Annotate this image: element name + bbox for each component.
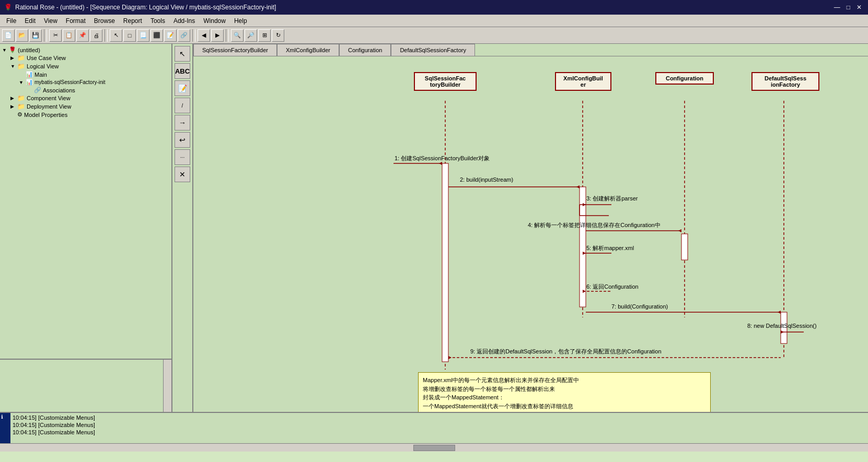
lifeline-box-xmlconfig: XmlConfigBuiler — [555, 72, 611, 91]
paste-button[interactable]: 📌 — [76, 29, 89, 42]
menu-window[interactable]: Window — [199, 16, 230, 26]
menu-report[interactable]: Report — [119, 16, 146, 26]
zoom-in-button[interactable]: 🔍 — [231, 29, 244, 42]
copy-button[interactable]: 📋 — [63, 29, 75, 42]
menu-view[interactable]: View — [40, 16, 62, 26]
return-tool[interactable]: ↩ — [175, 132, 190, 148]
title-text: Rational Rose - (untitled) - [Sequence D… — [15, 4, 276, 11]
scroll-thumb[interactable] — [413, 445, 455, 451]
note-line3: 封装成一个MappedStatement： — [423, 393, 706, 402]
assoc-icon: 🔗 — [34, 87, 41, 93]
note-tool[interactable]: 📝 — [175, 80, 190, 96]
nav-forward-button[interactable]: ▶ — [211, 29, 224, 42]
tab-defaultsqlsessionfactory[interactable]: DefaultSqlSessionFactory — [391, 44, 475, 56]
tree-logicalview[interactable]: ▼ 📁 Logical View — [10, 62, 169, 70]
tree-deploymentview[interactable]: ▶ 📁 Deployment View — [10, 102, 169, 111]
tree-usecaseview[interactable]: ▶ 📁 Use Case View — [10, 54, 169, 62]
tree-componentview[interactable]: ▶ 📁 Component View — [10, 94, 169, 102]
svg-marker-26 — [781, 330, 784, 334]
text-tool[interactable]: ABC — [175, 63, 190, 79]
menu-tools[interactable]: Tools — [146, 16, 169, 26]
folder-icon-lv: 📁 — [17, 63, 25, 70]
lifeline-box-defaultsql: DefaultSqlSessionFactory — [751, 72, 819, 91]
tree-mybatis[interactable]: ▼ 📊 mybatis-sqlSessionFactory-init — [19, 78, 169, 86]
delete-tool[interactable]: ✕ — [175, 167, 190, 182]
toolbar-sep3 — [192, 29, 195, 42]
toolbar-sep1 — [44, 29, 47, 42]
tree-componentview-label: Component View — [27, 95, 71, 101]
tree-modelprops[interactable]: ⚙ Model Properties — [10, 111, 169, 119]
menu-format[interactable]: Format — [62, 16, 90, 26]
tree-root[interactable]: ▼ 🌹 (untitled) — [2, 46, 169, 54]
close-button[interactable]: ✕ — [854, 4, 864, 11]
expand-icon-main — [19, 72, 24, 77]
open-button[interactable]: 📂 — [16, 29, 28, 42]
tab-sqlsessionfactorybuilder[interactable]: SqlSessionFactoryBuilder — [193, 44, 277, 56]
msg6-label: 6: 返回Configuration — [586, 283, 639, 291]
tab-configuration[interactable]: Configuration — [339, 44, 391, 56]
nav-back-button[interactable]: ◀ — [198, 29, 210, 42]
status-line3: 10:04:15] [Customizable Menus] — [13, 429, 866, 436]
svg-marker-18 — [678, 229, 681, 232]
select-button[interactable]: ↖ — [110, 29, 122, 42]
titlebar: 🌹 Rational Rose - (untitled) - [Sequence… — [0, 0, 868, 15]
refresh-button[interactable]: ↻ — [272, 29, 284, 42]
msg2-label: 2: build(inputStream) — [460, 176, 513, 183]
modelprops-icon: ⚙ — [17, 111, 22, 118]
fit-button[interactable]: ⊞ — [258, 29, 271, 42]
svg-marker-11 — [576, 185, 580, 188]
lifeline-box-sqlsession: SqlSessionFactoryBuilder — [414, 72, 477, 91]
cut-button[interactable]: ✂ — [49, 29, 62, 42]
titlebar-left: 🌹 Rational Rose - (untitled) - [Sequence… — [4, 4, 276, 11]
folder-icon-dv: 📁 — [17, 103, 25, 110]
sequence-canvas: SqlSessionFactoryBuilder XmlConfigBuiler… — [193, 56, 868, 412]
tree-usecaseview-label: Use Case View — [27, 55, 66, 61]
anchor-tool[interactable]: / — [175, 98, 190, 113]
pointer-tool[interactable]: ↖ — [175, 46, 190, 62]
expand-icon-dv: ▶ — [10, 104, 16, 109]
status-line1: 10:04:15] [Customizable Menus] — [13, 414, 866, 421]
menu-edit[interactable]: Edit — [20, 16, 40, 26]
toolbar-sep2 — [105, 29, 108, 42]
new-button[interactable]: 📄 — [2, 29, 15, 42]
print-button[interactable]: 🖨 — [90, 29, 102, 42]
maximize-button[interactable]: □ — [844, 4, 852, 11]
tree-main[interactable]: 📊 Main — [19, 70, 169, 78]
rect-button[interactable]: □ — [123, 29, 136, 42]
link-button[interactable]: 🔗 — [178, 29, 190, 42]
lifeline-box-configuration: Configuration — [655, 72, 714, 85]
tree-deploymentview-label: Deployment View — [27, 103, 71, 110]
tree-main-label: Main — [34, 72, 47, 78]
svg-rect-5 — [580, 187, 586, 307]
titlebar-controls[interactable]: — □ ✕ — [832, 4, 864, 11]
menu-file[interactable]: File — [2, 16, 20, 26]
minimize-button[interactable]: — — [832, 4, 842, 11]
status-line2: 10:04:15] [Customizable Menus] — [13, 421, 866, 429]
save-button[interactable]: 💾 — [29, 29, 42, 42]
tree-associations-label: Associations — [43, 87, 75, 93]
tool-panel: ↖ ABC 📝 / → ↩ ··· ✕ — [172, 44, 193, 412]
dotted-tool[interactable]: ··· — [175, 149, 190, 165]
svg-rect-6 — [681, 234, 688, 260]
arrows-svg — [193, 56, 868, 412]
expand-icon-mybatis: ▼ — [19, 80, 24, 85]
tree-panel: ▼ 🌹 (untitled) ▶ 📁 Use Case View ▼ 📁 Log… — [0, 44, 171, 360]
menu-help[interactable]: Help — [230, 16, 251, 26]
note-button[interactable]: 📝 — [164, 29, 177, 42]
bottom-scrollbar[interactable] — [0, 443, 868, 452]
tree-associations[interactable]: 🔗 Associations — [27, 86, 169, 94]
note-line1: Mapper.xml中的每一个元素信息解析出来并保存在全局配置中 — [423, 376, 706, 385]
folder-icon-cv: 📁 — [17, 94, 25, 102]
zoom-out-button[interactable]: 🔎 — [245, 29, 257, 42]
svg-marker-28 — [448, 356, 452, 359]
preview-scrollbar[interactable] — [163, 360, 171, 412]
doc-button[interactable]: 📃 — [137, 29, 149, 42]
tab-xmlconfigbuilder[interactable]: XmlConfigBuilder — [277, 44, 339, 56]
class-button[interactable]: ⬛ — [151, 29, 163, 42]
menu-browse[interactable]: Browse — [90, 16, 119, 26]
expand-icon-uc: ▶ — [10, 55, 16, 61]
arrow-tool[interactable]: → — [175, 115, 190, 131]
msg9-label: 9: 返回创建的DefaultSqlSession，包含了保存全局配置信息的Co… — [470, 348, 662, 356]
menu-addins[interactable]: Add-Ins — [169, 16, 199, 26]
msg8-label: 8: new DefaultSqlSession() — [747, 323, 817, 329]
